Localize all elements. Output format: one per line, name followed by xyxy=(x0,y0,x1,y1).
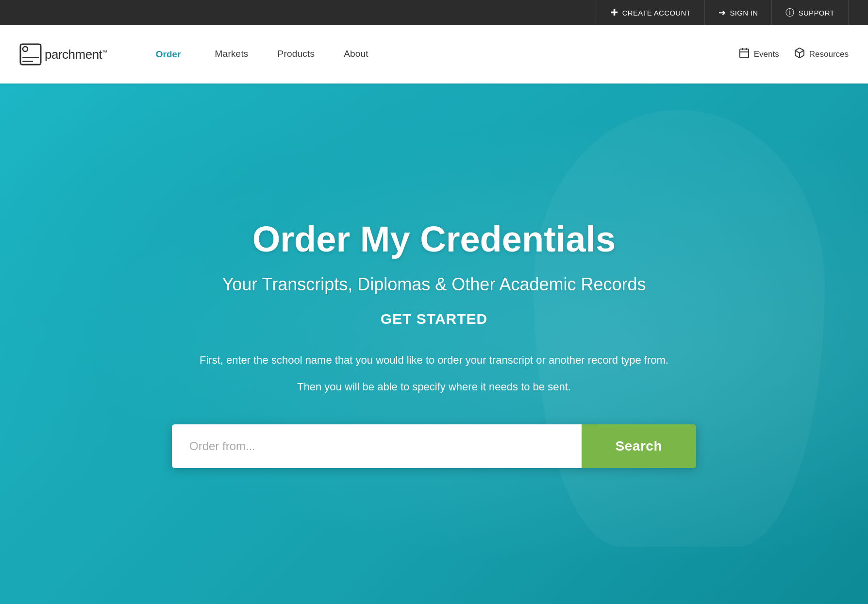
search-bar: Search xyxy=(172,424,696,468)
logo-text: parchment™ xyxy=(45,47,107,62)
school-search-input[interactable] xyxy=(172,424,582,468)
svg-rect-2 xyxy=(22,57,39,58)
box-icon xyxy=(794,47,805,62)
support-icon: ⓘ xyxy=(785,7,794,18)
sign-in-button[interactable]: ➔ SIGN IN xyxy=(704,0,771,25)
nav-events[interactable]: Events xyxy=(738,47,779,62)
support-button[interactable]: ⓘ SUPPORT xyxy=(771,0,849,25)
svg-point-1 xyxy=(23,47,28,51)
nav-right: Events Resources xyxy=(738,47,849,62)
create-account-label: CREATE ACCOUNT xyxy=(622,9,691,17)
top-bar: ✚ CREATE ACCOUNT ➔ SIGN IN ⓘ SUPPORT xyxy=(0,0,868,25)
support-label: SUPPORT xyxy=(799,9,835,17)
nav-links: Order Markets Products About xyxy=(136,25,738,84)
create-account-button[interactable]: ✚ CREATE ACCOUNT xyxy=(597,0,704,25)
search-button[interactable]: Search xyxy=(582,424,696,468)
calendar-icon xyxy=(738,47,750,62)
svg-rect-4 xyxy=(740,49,749,58)
hero-cta: GET STARTED xyxy=(172,311,696,327)
hero-description2: Then you will be able to specify where i… xyxy=(172,378,696,395)
nav-tab-markets[interactable]: Markets xyxy=(200,25,263,84)
main-nav: parchment™ Order Markets Products About xyxy=(0,25,868,84)
nav-tab-order[interactable]: Order xyxy=(136,25,200,84)
sign-in-icon: ➔ xyxy=(718,7,726,18)
parchment-logo-icon xyxy=(19,43,42,66)
hero-subtitle: Your Transcripts, Diplomas & Other Acade… xyxy=(172,273,696,296)
sign-in-label: SIGN IN xyxy=(730,9,758,17)
hero-description1: First, enter the school name that you wo… xyxy=(191,352,677,369)
nav-tab-about[interactable]: About xyxy=(329,25,383,84)
create-account-icon: ✚ xyxy=(611,7,618,18)
logo[interactable]: parchment™ xyxy=(19,43,107,66)
hero-title: Order My Credentials xyxy=(172,219,696,259)
hero-section: Order My Credentials Your Transcripts, D… xyxy=(0,84,868,604)
hero-content: Order My Credentials Your Transcripts, D… xyxy=(143,219,725,469)
nav-tab-products[interactable]: Products xyxy=(263,25,330,84)
svg-rect-3 xyxy=(22,61,33,62)
logo-area[interactable]: parchment™ xyxy=(19,43,107,66)
nav-resources[interactable]: Resources xyxy=(794,47,849,62)
